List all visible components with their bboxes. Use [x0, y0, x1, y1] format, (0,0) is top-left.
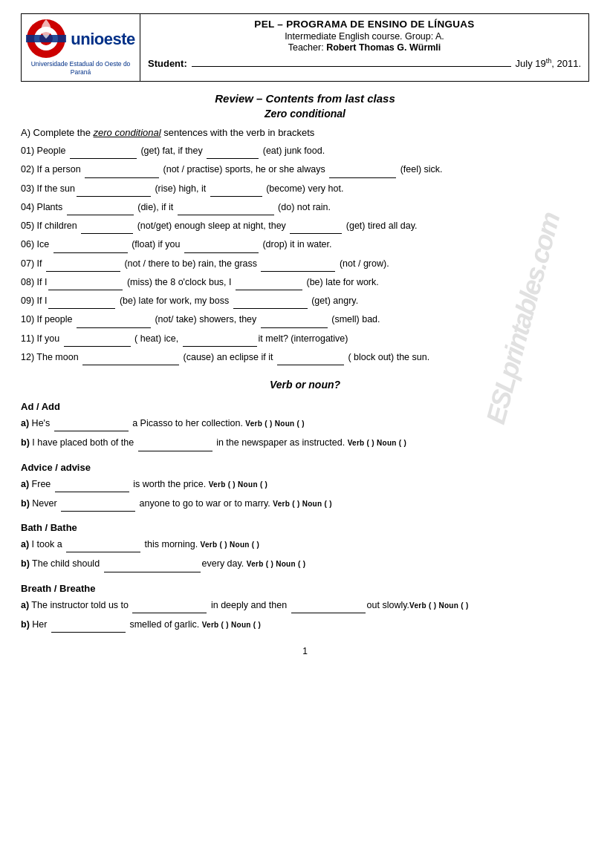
ex-07: 07) If (not / there to be) rain, the gra…: [21, 256, 589, 272]
subsec-advice: Advice / advise: [21, 462, 589, 473]
blank-11a: [64, 346, 131, 347]
blank-advice-b: [61, 511, 135, 512]
logo-icon: [26, 19, 66, 59]
vn-ad-b: b) I have placed both of the in the news…: [21, 435, 589, 451]
blank-12b: [277, 365, 344, 365]
vn-breath-b: b) Her smelled of garlic. Verb ( ) Noun …: [21, 617, 589, 633]
program-title: PEL – PROGRAMA DE ENSINO DE LÍNGUAS: [148, 19, 581, 30]
blank-09a: [48, 308, 115, 309]
page-number: 1: [21, 646, 589, 656]
blank-03a: [77, 196, 151, 197]
blank-05b: [290, 233, 342, 234]
ex-11: 11) If you ( heat) ice, it melt? (interr…: [21, 331, 589, 347]
ex-03: 03) If the sun (rise) high, it (become) …: [21, 181, 589, 197]
ex-02: 02) If a person (not / practise) sports,…: [21, 162, 589, 177]
vn-advice-a: a) Free is worth the price. Verb ( ) Nou…: [21, 477, 589, 492]
blank-bath-b: [104, 572, 201, 572]
blank-06b: [184, 252, 259, 253]
blank-11b: [183, 346, 257, 347]
ex-06: 06) Ice (float) if you (drop) it in wate…: [21, 237, 589, 252]
blank-08a: [48, 290, 123, 290]
teacher-name: Robert Thomas G. Würmli: [326, 42, 441, 53]
subsec-breath: Breath / Breathe: [21, 583, 589, 594]
ex-08: 08) If I (miss) the 8 o'clock bus, I (be…: [21, 275, 589, 290]
blank-07b: [261, 271, 335, 272]
vn-ad-a: a) He's a Picasso to her collection. Ver…: [21, 416, 589, 431]
blank-04b: [178, 215, 274, 215]
header-box: unioeste Universidade Estadual do Oeste …: [21, 13, 589, 82]
ex-01: 01) People (get) fat, if they (eat) junk…: [21, 143, 589, 159]
section1-title: Zero conditional: [21, 108, 589, 120]
subsec-ad-add: Ad / Add: [21, 401, 589, 412]
blank-06a: [53, 252, 128, 253]
vn-advice-b: b) Never anyone to go to war or to marry…: [21, 496, 589, 512]
course-info: Intermediate English course. Group: A.: [148, 31, 581, 42]
ex-04: 04) Plants (die), if it (do) not rain.: [21, 200, 589, 215]
blank-09b: [233, 308, 308, 309]
logo-uni-text: unioeste: [71, 30, 134, 49]
blank-05a: [81, 233, 133, 234]
subsec-bath: Bath / Bathe: [21, 522, 589, 533]
blank-12a: [82, 365, 179, 365]
blank-07a: [46, 271, 120, 272]
date-text: July 19th, 2011.: [516, 57, 581, 69]
section1-instruction: A) Complete the zero conditional sentenc…: [21, 127, 589, 138]
teacher-info: Teacher: Robert Thomas G. Würmli: [148, 42, 581, 53]
ex-09: 09) If I (be) late for work, my boss (ge…: [21, 293, 589, 309]
section2-title: Verb or noun?: [21, 379, 589, 391]
blank-02b: [329, 177, 396, 178]
header-info: PEL – PROGRAMA DE ENSINO DE LÍNGUAS Inte…: [140, 14, 588, 81]
logo-section: unioeste Universidade Estadual do Oeste …: [22, 14, 140, 81]
logo-subtitle: Universidade Estadual do Oeste do Paraná: [27, 60, 134, 76]
blank-01a: [70, 158, 137, 159]
blank-01b: [207, 158, 259, 159]
blank-10b: [261, 327, 328, 328]
blank-bath-a: [66, 552, 140, 552]
blank-04a: [67, 215, 134, 215]
ex-12: 12) The moon (cause) an eclipse if it ( …: [21, 350, 589, 365]
page-title: Review – Contents from last class: [21, 92, 589, 105]
ex-10: 10) If people (not/ take) showers, they …: [21, 312, 589, 327]
blank-03b: [210, 196, 262, 197]
blank-08b: [236, 290, 302, 290]
student-row: Student: July 19th, 2011.: [148, 57, 581, 69]
blank-advice-a: [55, 492, 129, 492]
blank-breath-a1: [132, 613, 207, 613]
blank-breath-b: [51, 632, 126, 633]
blank-breath-a2: [291, 613, 366, 613]
blank-10a: [77, 327, 151, 328]
student-label: Student:: [148, 58, 187, 69]
student-line: [192, 66, 511, 67]
blank-ad-a: [54, 431, 129, 431]
teacher-label: Teacher:: [288, 42, 324, 53]
vn-breath-a: a) The instructor told us to in deeply a…: [21, 598, 589, 613]
ex-05: 05) If children (not/get) enough sleep a…: [21, 218, 589, 234]
vn-bath-a: a) I took a this morning. Verb ( ) Noun …: [21, 537, 589, 552]
blank-ad-b: [138, 451, 212, 451]
vn-bath-b: b) The child should every day. Verb ( ) …: [21, 556, 589, 572]
blank-02a: [85, 177, 159, 178]
